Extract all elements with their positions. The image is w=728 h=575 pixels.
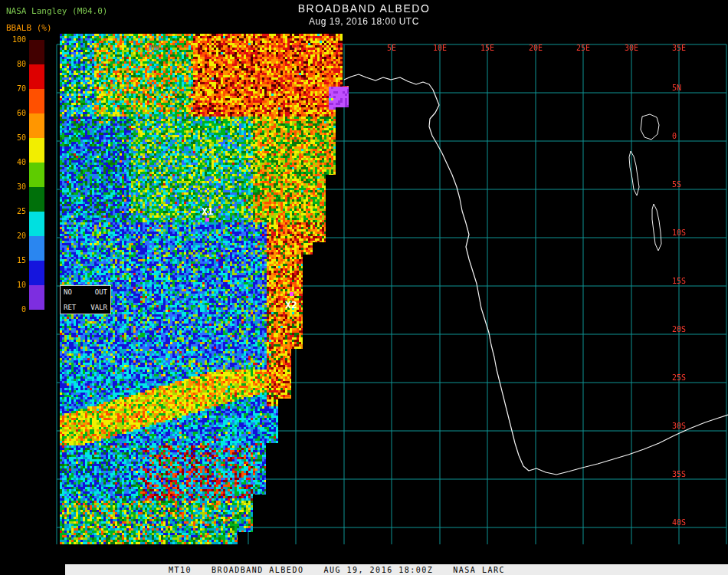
page-subtitle: Aug 19, 2016 18:00 UTC [0,16,728,27]
colorbar-segment [29,163,44,187]
lake-outline [629,151,639,196]
colorbar-tick-label: 100 [6,35,26,44]
footer-parameter: BROADBAND ALBEDO [212,566,303,574]
point-marker-label: X2 [285,299,297,310]
lon-label: 5E [387,44,396,52]
colorbar-tick-label: 50 [6,133,26,142]
lat-label: 10S [672,228,686,237]
lake-outline [641,114,659,140]
colorbar-tick-label: 40 [6,158,26,166]
lat-label: 5N [672,84,681,92]
lat-label: 0 [672,132,677,140]
colorbar-segment [29,212,44,236]
colorbar-tick-label: 20 [6,232,26,240]
colorbar-tick-label: 15 [6,256,26,264]
footer-datetime: AUG 19, 2016 18:00Z [323,566,433,574]
colorbar-segment [29,236,44,261]
point-marker-dot [205,218,209,222]
colorbar-segment [29,64,44,89]
colorbar-segment [29,138,44,163]
albedo-quicklook-viewer: 20W5W5E10E15E20E25E30E35E5N05S10S15S20S2… [0,0,728,575]
colorbar-segment [29,261,44,285]
no-retrieval-flag-legend: NO OUT RET VALR [60,285,111,314]
lon-label: 15E [480,44,494,52]
africa-coastline [344,74,728,475]
footer-satellite: MT10 [169,566,192,574]
lat-label: 30S [672,422,686,430]
colorbar-tick-label: 30 [6,182,26,191]
colorbar-tick-label: 70 [6,84,26,93]
colorbar-tick-label: 0 [6,305,26,314]
lake-outline [652,204,661,251]
colorbar-segment [29,285,44,310]
lat-label: 35S [672,470,686,478]
lon-label: 10E [433,44,447,52]
flag-legend-row: NO OUT [64,288,107,296]
colorbar-tick-label: 80 [6,60,26,68]
lon-label: 35E [672,44,686,52]
lat-label: 5S [672,180,681,189]
colorbar-segment [29,89,44,113]
flag-out: OUT [95,288,107,296]
lon-label: 25E [576,44,590,52]
point-marker-label: X1 [202,205,214,217]
point-marker-dot [290,292,293,296]
page-title: BROADBAND ALBEDO [0,2,728,15]
flag-no: NO [64,288,72,296]
colorbar-segments [29,40,44,310]
colorbar-tick-label: 60 [6,109,26,117]
lat-label: 40S [672,518,686,527]
lon-label: 20E [529,44,543,52]
flag-valr: VALR [90,304,107,311]
colorbar-segment [29,40,44,64]
flag-ret: RET [64,304,76,311]
variable-unit-label: BBALB (%) [6,23,52,33]
footer-status-bar: MT10 BROADBAND ALBEDO AUG 19, 2016 18:00… [65,564,728,575]
colorbar-tick-label: 25 [6,207,26,215]
lon-label: 5W [291,44,301,52]
lat-label: 15S [672,277,686,285]
colorbar-segment [29,187,44,212]
product-version-label: NASA Langley (M04.0) [6,6,107,16]
footer-organization: NASA LARC [453,566,505,574]
lon-label: 20W [146,44,160,52]
colorbar-tick-label: 10 [6,281,26,289]
title-block: BROADBAND ALBEDO Aug 19, 2016 18:00 UTC [0,2,728,27]
lat-label: 25S [672,373,686,382]
lon-label: 30E [625,44,638,52]
lat-label: 20S [672,325,686,334]
flag-legend-row: RET VALR [64,304,107,311]
colorbar: 100807060504030252015100 [6,40,46,313]
colorbar-segment [29,113,44,138]
